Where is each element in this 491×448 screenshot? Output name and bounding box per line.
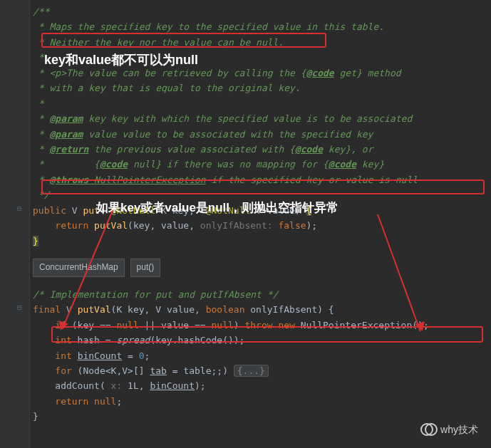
code-tag: @code [295,144,323,155]
impl-comment: /* Implementation for put and putIfAbsen… [33,287,491,302]
doc-line: * {@code null} if there was no mapping f… [33,157,491,172]
code-tag: @code [306,68,334,78]
doc-line: * Neither the key nor the value can be n… [33,35,491,50]
return-tag: @return [49,144,88,155]
watermark: why技术 [420,422,478,438]
return-line: return null; [33,394,491,409]
doc-line: /** [33,4,491,19]
doc-line: * @param value value to be associated wi… [33,127,491,142]
doc-line: * with a key that is equal to the origin… [33,80,491,95]
doc-line: * @return the previous value associated … [33,142,491,157]
code-tag: @code [100,159,128,170]
breadcrumb-method[interactable]: put() [130,259,161,277]
breadcrumb: ConcurrentHashMap put() [33,259,491,277]
putval-signature: ⊟final V putVal(K key, V value, boolean … [33,302,491,317]
addcount-line: addCount( x: 1L, binCount); [33,378,491,393]
annotation-2: 如果key或者value是null，则抛出空指针异常 [96,198,338,218]
doc-line: * Maps the specified key to the specifie… [33,19,491,34]
folded-block[interactable]: {...} [234,365,269,377]
annotation-1: key和value都不可以为null [44,50,198,71]
doc-line: * @param key key with which the specifie… [33,111,491,126]
throws-tag: @throws [49,174,88,185]
code-tag: @code [329,159,356,170]
param-tag: @param [49,129,83,140]
for-line: for (Node<K,V>[] tab = table;;) {...} [33,363,491,378]
breadcrumb-class[interactable]: ConcurrentHashMap [33,259,125,277]
doc-line: * @throws NullPointerException if the sp… [33,172,491,187]
put-body: return putVal(key, value, onlyIfAbsent: … [33,218,491,233]
doc-line: * [33,96,491,111]
fold-icon[interactable]: ⊟ [17,203,21,215]
bincount-line: int binCount = 0; [33,348,491,363]
param-tag: @param [49,113,83,124]
watermark-text: why技术 [440,422,478,438]
hash-line: int hash = spread(key.hashCode()); [33,333,491,348]
fold-icon[interactable]: ⊟ [17,302,21,314]
brace-close: } [33,236,38,246]
wechat-icon [420,423,436,436]
